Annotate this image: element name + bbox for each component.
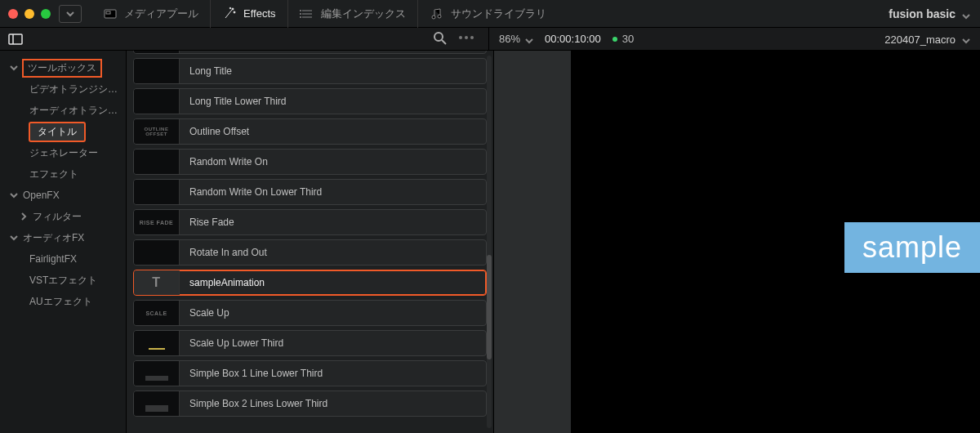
fx-row-scale-up-lower-third[interactable]: Scale Up Lower Third [133,330,487,356]
chevron-down-icon [525,35,533,43]
viewer-canvas[interactable]: sample [571,51,980,433]
chevron-down-icon [962,10,970,18]
sound-library-tab[interactable]: サウンドライブラリ [418,0,558,28]
label: ジェネレーター [29,146,98,160]
fx-thumb: T [134,270,180,295]
clip-selector[interactable]: 220407_macro [884,28,970,51]
media-pool-tab[interactable]: メディアプール [91,0,211,28]
fx-label: sampleAnimation [180,277,265,288]
thumb-text: OUTLINE OFFSET [134,127,179,136]
viewer-panel: sample [494,51,980,433]
fx-thumb [134,240,180,265]
sidebar-openfx[interactable]: OpenFX [0,185,126,206]
main-area: ツールボックス ビデオトランジシ… オーディオトラン… タイトル ジェネレーター… [0,51,980,433]
fx-thumb [134,150,180,174]
sidebar-fairlightfx[interactable]: FairlightFX [0,248,126,270]
svg-point-12 [438,15,441,18]
fx-thumb [134,331,180,355]
fx-row-long-title-lower-third[interactable]: Long Title Lower Third [133,88,487,114]
label: オーディオトラン… [29,104,118,118]
sidebar-effects[interactable]: エフェクト [0,163,126,185]
label: AUエフェクト [29,295,92,309]
sidebar-filters[interactable]: フィルター [0,206,126,227]
svg-point-10 [300,16,301,18]
fx-label: Random Write On [180,156,268,167]
svg-point-11 [432,16,435,19]
sidebar-titles[interactable]: タイトル [0,121,126,142]
sidebar-audio-transitions[interactable]: オーディオトラン… [0,100,126,121]
frame-value: 30 [622,33,634,45]
fx-label: Long Title [180,65,232,77]
edit-index-tab[interactable]: 編集インデックス [288,0,418,28]
effects-list-pane: JITTER Jitter Lower Third Long Title Lon… [127,51,494,433]
project-selector[interactable]: fusion basic [889,0,970,28]
category-sidebar: ツールボックス ビデオトランジシ… オーディオトラン… タイトル ジェネレーター… [0,51,127,433]
chevron-down-icon [10,64,18,72]
fx-row-simple-box-1[interactable]: Simple Box 1 Line Lower Third [133,360,487,386]
fx-label: Simple Box 1 Line Lower Third [180,368,323,379]
sidebar-vst[interactable]: VSTエフェクト [0,270,126,291]
project-name: fusion basic [889,7,956,20]
fx-row-sample-animation[interactable]: T sampleAnimation [133,270,487,296]
secondary-toolbar: 86% 00:00:10:00 30 220407_macro [0,28,980,51]
fx-label: Scale Up [180,307,229,319]
sidebar-video-transitions[interactable]: ビデオトランジシ… [0,78,126,100]
fx-row-outline-offset[interactable]: OUTLINE OFFSET Outline Offset [133,118,487,145]
fx-thumb: OUTLINE OFFSET [134,119,180,144]
sidebar-au[interactable]: AUエフェクト [0,291,126,312]
panel-toggle-button[interactable] [5,30,26,48]
scrollbar-track [487,56,492,428]
label: オーディオFX [23,231,84,245]
fx-row-rise-fade[interactable]: RISE FADE Rise Fade [133,209,487,235]
text-template-icon: T [152,275,160,290]
search-icon[interactable] [433,31,448,46]
fx-label: Simple Box 2 Lines Lower Third [180,398,327,409]
media-pool-label: メディアプール [124,7,198,21]
fx-label: Outline Offset [180,126,249,137]
maximize-window-icon[interactable] [41,9,51,19]
fx-row-simple-box-2[interactable]: Simple Box 2 Lines Lower Third [133,391,487,417]
sidebar-audiofx[interactable]: オーディオFX [0,227,126,248]
svg-point-9 [300,13,301,15]
scrollbar-thumb[interactable] [487,255,492,359]
fx-row-jitter-lower-third[interactable]: JITTER Jitter Lower Third [133,51,487,54]
fx-label: Long Title Lower Third [180,96,287,107]
fx-row-random-write-on[interactable]: Random Write On [133,149,487,175]
chevron-down-icon [10,234,18,242]
timecode-display[interactable]: 00:00:10:00 [545,33,601,45]
fx-thumb: SCALE [134,301,180,325]
sidebar-generators[interactable]: ジェネレーター [0,142,126,163]
fx-row-random-write-on-lower-third[interactable]: Random Write On Lower Third [133,179,487,205]
label: FairlightFX [29,253,77,265]
fx-row-long-title[interactable]: Long Title [133,58,487,84]
label: タイトル [29,123,85,141]
top-menubar: メディアプール Effects 編集インデックス サウンドライブラリ fusio… [0,0,980,28]
effects-icon [222,7,237,21]
window-controls [8,9,51,19]
media-pool-icon [103,7,118,21]
effects-tab[interactable]: Effects [211,0,288,28]
sound-library-label: サウンドライブラリ [451,7,546,21]
svg-rect-13 [9,34,22,44]
label: エフェクト [29,167,78,181]
fx-label: Rotate In and Out [180,247,267,258]
dropdown-button[interactable] [59,5,82,23]
edit-index-label: 編集インデックス [321,7,406,21]
fx-row-scale-up[interactable]: SCALE Scale Up [133,300,487,326]
status-dot-icon [612,37,617,42]
frame-count: 30 [612,33,634,45]
zoom-selector[interactable]: 86% [499,33,533,45]
minimize-window-icon[interactable] [24,9,34,19]
close-window-icon[interactable] [8,9,18,19]
label: ビデオトランジシ… [29,83,118,96]
fx-label: Rise Fade [180,216,234,228]
fx-row-rotate-in-and-out[interactable]: Rotate In and Out [133,239,487,266]
fx-thumb [134,391,180,416]
sidebar-toolbox[interactable]: ツールボックス [0,57,126,78]
chevron-down-icon [962,35,970,43]
svg-point-3 [234,11,235,13]
label: OpenFX [23,190,60,201]
sample-title-overlay: sample [844,222,980,273]
fx-thumb: RISE FADE [134,210,180,234]
more-options-icon[interactable] [459,36,474,39]
